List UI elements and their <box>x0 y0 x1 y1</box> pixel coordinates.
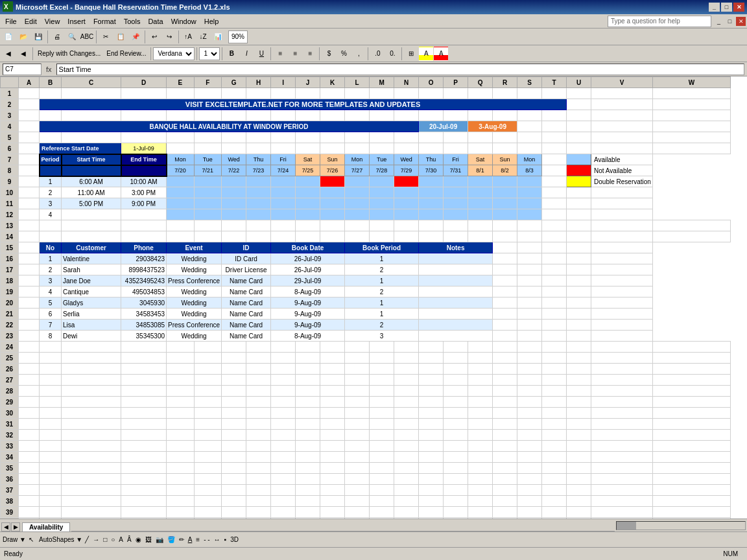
preview-button[interactable]: 🔍 <box>65 30 79 44</box>
open-button[interactable]: 📂 <box>16 30 30 44</box>
help-search[interactable]: Type a question for help <box>608 16 711 27</box>
menu-edit[interactable]: Edit <box>21 16 41 27</box>
menu-file[interactable]: File <box>1 16 21 27</box>
decrease-decimal-button[interactable]: 0. <box>385 47 399 61</box>
app-min-button[interactable]: _ <box>714 17 724 26</box>
undo-button[interactable]: ↩ <box>147 30 161 44</box>
col-header-f[interactable]: F <box>194 77 222 88</box>
col-header-i[interactable]: I <box>271 77 296 88</box>
ref-value-cell[interactable]: 1-Jul-09 <box>121 143 167 154</box>
col-header-k[interactable]: K <box>320 77 345 88</box>
font-color-button[interactable]: A <box>434 47 448 61</box>
tab-scroll-left[interactable]: ◀ <box>1 522 10 531</box>
font-color-draw-icon[interactable]: A <box>188 536 193 543</box>
shadow-icon[interactable]: ▪ <box>224 536 227 543</box>
sort-desc-button[interactable]: ↓Z <box>196 30 210 44</box>
new-button[interactable]: 📄 <box>1 30 16 44</box>
col-header-p[interactable]: P <box>444 77 468 88</box>
align-left-button[interactable]: ≡ <box>273 47 287 61</box>
col-header-d[interactable]: D <box>121 77 167 88</box>
spell-button[interactable]: ABC <box>80 30 94 44</box>
minimize-button[interactable]: _ <box>709 3 720 12</box>
print-button[interactable]: 🖨 <box>50 30 64 44</box>
menu-bar: File Edit View Insert Format Tools Data … <box>0 14 747 29</box>
menu-window[interactable]: Window <box>167 16 200 27</box>
borders-button[interactable]: ⊞ <box>404 47 418 61</box>
col-header-j[interactable]: J <box>296 77 320 88</box>
save-button[interactable]: 💾 <box>31 30 45 44</box>
col-header-b[interactable]: B <box>40 77 62 88</box>
close-button[interactable]: ✕ <box>733 3 744 12</box>
col-header-q[interactable]: Q <box>468 77 493 88</box>
bold-button[interactable]: B <box>224 47 239 61</box>
col-header-g[interactable]: G <box>222 77 246 88</box>
align-right-button[interactable]: ≡ <box>303 47 317 61</box>
name-box[interactable]: C7 <box>3 64 42 75</box>
arrow-style-icon[interactable]: ↔ <box>214 536 220 543</box>
tab-scroll-right[interactable]: ▶ <box>11 522 20 531</box>
oval-icon[interactable]: ○ <box>111 536 115 543</box>
rect-icon[interactable]: □ <box>103 536 107 543</box>
comma-button[interactable]: , <box>351 47 366 61</box>
tb2-btn2[interactable]: ◀ <box>16 47 30 61</box>
textbox-icon[interactable]: A <box>119 536 123 543</box>
table-row: 36 <box>1 474 731 485</box>
col-header-s[interactable]: S <box>517 77 542 88</box>
col-header-r[interactable]: R <box>493 77 517 88</box>
sheet-tab-availability[interactable]: Availability <box>22 522 70 531</box>
formula-input[interactable] <box>56 64 744 75</box>
draw-label[interactable]: Draw ▼ <box>3 536 26 543</box>
horizontal-scrollbar[interactable] <box>616 521 746 530</box>
menu-data[interactable]: Data <box>144 16 167 27</box>
col-header-n[interactable]: N <box>394 77 419 88</box>
col-header-o[interactable]: O <box>419 77 444 88</box>
col-header-w[interactable]: W <box>652 77 730 88</box>
wordart-icon[interactable]: Â <box>127 536 132 543</box>
copy-button[interactable]: 📋 <box>113 30 128 44</box>
chart-button[interactable]: 📊 <box>211 30 225 44</box>
underline-button[interactable]: U <box>254 47 268 61</box>
redo-button[interactable]: ↪ <box>162 30 176 44</box>
paste-button[interactable]: 📌 <box>128 30 143 44</box>
arrow-icon[interactable]: → <box>93 536 99 543</box>
percent-button[interactable]: % <box>337 47 351 61</box>
menu-tools[interactable]: Tools <box>120 16 145 27</box>
col-header-h[interactable]: H <box>246 77 271 88</box>
tb2-btn1[interactable]: ◀ <box>1 47 16 61</box>
col-header-v[interactable]: V <box>591 77 653 88</box>
menu-help[interactable]: Help <box>200 16 223 27</box>
menu-insert[interactable]: Insert <box>64 16 89 27</box>
zoom-box[interactable]: 90% <box>228 30 248 43</box>
font-size-selector[interactable]: 10 <box>199 47 220 60</box>
fill-color-draw-icon[interactable]: 🪣 <box>167 536 175 543</box>
increase-decimal-button[interactable]: .0 <box>370 47 385 61</box>
3d-icon[interactable]: 3D <box>230 536 239 543</box>
col-header-e[interactable]: E <box>167 77 195 88</box>
sort-asc-button[interactable]: ↑A <box>181 30 195 44</box>
col-header-t[interactable]: T <box>542 77 567 88</box>
dash-style-icon[interactable]: - - <box>204 536 209 543</box>
app-close-button[interactable]: ✕ <box>736 17 746 26</box>
align-center-button[interactable]: ≡ <box>288 47 302 61</box>
line-color-draw-icon[interactable]: ✏ <box>179 536 184 543</box>
currency-button[interactable]: $ <box>322 47 336 61</box>
insert-picture-icon[interactable]: 📷 <box>156 536 163 543</box>
menu-view[interactable]: View <box>41 16 64 27</box>
insert-diagram-icon[interactable]: ◉ <box>136 536 141 543</box>
line-style-icon[interactable]: ≡ <box>196 536 200 543</box>
clip-art-icon[interactable]: 🖼 <box>145 536 152 543</box>
autoshapes-label[interactable]: AutoShapes ▼ <box>39 536 82 543</box>
app-max-button[interactable]: □ <box>725 17 735 26</box>
line-icon[interactable]: ╱ <box>85 536 89 543</box>
fill-color-button[interactable]: A <box>419 47 433 61</box>
col-header-a[interactable]: A <box>19 77 40 88</box>
italic-button[interactable]: I <box>239 47 254 61</box>
col-header-u[interactable]: U <box>567 77 591 88</box>
menu-format[interactable]: Format <box>89 16 120 27</box>
cut-button[interactable]: ✂ <box>99 30 113 44</box>
col-header-m[interactable]: M <box>370 77 394 88</box>
col-header-c[interactable]: C <box>62 77 121 88</box>
font-selector[interactable]: Verdana <box>153 47 195 60</box>
maximize-button[interactable]: □ <box>721 3 732 12</box>
col-header-l[interactable]: L <box>345 77 370 88</box>
